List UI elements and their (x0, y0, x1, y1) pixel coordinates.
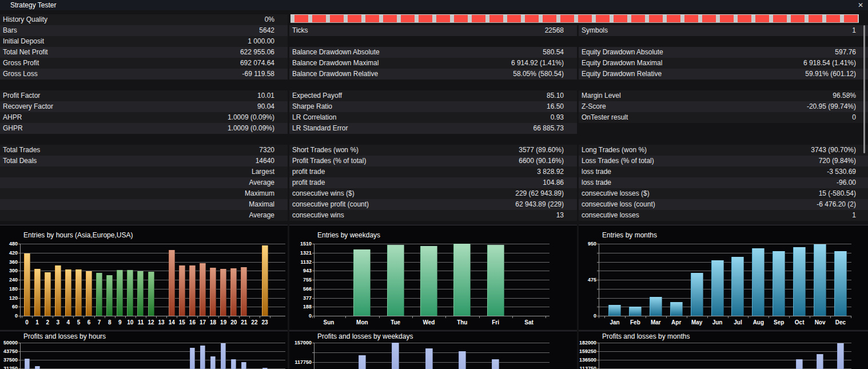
x-axis-tick (270, 316, 270, 318)
close-icon[interactable]: ✕ (854, 0, 867, 10)
stat-value: 13 (556, 210, 564, 221)
table-row: Gross Profit692 074.64 (0, 58, 288, 69)
x-axis-tick (512, 316, 513, 318)
stat-label: Gross Profit (3, 58, 39, 69)
stat-label: Initial Deposit (3, 36, 44, 47)
table-row: Total Trades7320 (0, 145, 288, 156)
stat-value: 692 074.64 (240, 58, 274, 69)
chart-title: Profits and losses by weekdays (317, 332, 413, 340)
x-axis-tick (208, 316, 209, 318)
stat-value: -69 119.58 (242, 69, 275, 80)
stat-value: 90.04 (257, 101, 274, 112)
stat-label: loss trade (582, 166, 611, 177)
x-tick-label: Jan (605, 320, 624, 326)
stat-value: 597.76 (835, 47, 856, 58)
bar (34, 269, 41, 316)
stat-label: Loss Trades (% of total) (582, 156, 654, 166)
stat-label: Symbols (582, 25, 608, 36)
bar (834, 251, 847, 316)
x-tick-label: Mon (352, 320, 372, 326)
x-axis-tick (229, 316, 229, 318)
y-axis-line (599, 244, 599, 318)
charts-area: Entries by hours (Asia,Europe,USA)480420… (0, 225, 868, 369)
y-tick-label: 360 (9, 259, 18, 265)
chart-entries-by-weekdays: Entries by weekdays151013211132943755566… (289, 225, 577, 330)
stat-label: LR Correlation (292, 112, 336, 123)
window-title: Strategy Tester (10, 0, 56, 10)
bar (189, 265, 196, 316)
stat-label: LR Standard Error (292, 123, 348, 134)
stats-column-left: History Quality0%Bars5642Initial Deposit… (0, 14, 288, 221)
y-axis-line (314, 244, 314, 318)
x-tick-label: Aug (748, 320, 768, 326)
chart-entries-by-months: Entries by months9504750JanFebMarAprMayJ… (579, 225, 868, 330)
x-tick-label: Feb (626, 320, 645, 326)
x-axis-tick (379, 316, 380, 318)
table-row: Z-Score-20.95 (99.74%) (579, 101, 868, 112)
x-axis-tick (830, 316, 831, 318)
stat-value: Maximum (245, 188, 274, 199)
bar (608, 305, 621, 316)
y-tick-label: 377 (303, 295, 312, 301)
stat-value: 1 (852, 210, 856, 221)
stat-label: consecutive wins ($) (292, 188, 355, 199)
stats-column-right: Symbols1Equity Drawdown Absolute597.76Eq… (579, 14, 868, 221)
gridline (20, 244, 285, 244)
stat-value: 85.10 (547, 90, 564, 101)
x-tick-label: 23 (255, 320, 274, 326)
table-row-progress (579, 14, 868, 25)
x-axis-tick (851, 316, 851, 318)
y-tick-label: 188 (303, 304, 312, 310)
bar (731, 257, 744, 316)
stat-label: Sharpe Ratio (292, 101, 332, 112)
table-row-progress (289, 14, 577, 25)
stat-label: Bars (3, 25, 17, 36)
bar (106, 275, 113, 316)
table-row: Symbols1 (579, 25, 868, 36)
x-axis-tick (156, 316, 157, 318)
x-axis-tick (748, 316, 748, 318)
stat-label: Equity Drawdown Absolute (582, 47, 663, 58)
table-row: Maximum (0, 188, 288, 199)
y-tick-label: 37500 (3, 357, 18, 363)
stat-value: 1.0009 (0.09%) (228, 112, 274, 123)
bar (86, 271, 92, 316)
gridline (599, 360, 851, 360)
x-axis-tick (445, 316, 446, 318)
bar (837, 343, 844, 369)
stat-value: 59.91% (601.12) (805, 69, 856, 80)
chart-title: Entries by hours (Asia,Europe,USA) (23, 231, 133, 239)
table-row: loss trade-3 530.69 (579, 166, 868, 177)
table-row: consecutive losses ($)15 (-580.54) (579, 188, 868, 199)
stat-label: OnTester result (582, 112, 628, 123)
y-tick-label: 1321 (300, 250, 312, 256)
x-axis-tick (239, 316, 240, 318)
table-row: Gross Loss-69 119.58 (0, 69, 288, 80)
y-axis-line (314, 343, 314, 369)
vertical-scrollbar[interactable] (863, 25, 865, 153)
bar (241, 267, 247, 316)
table-row: Short Trades (won %)3577 (89.60%) (289, 145, 577, 156)
table-row: Balance Drawdown Relative58.05% (580.54) (289, 69, 577, 80)
y-tick-label: 0 (594, 313, 596, 319)
bar (262, 245, 268, 316)
gridline (20, 351, 285, 352)
y-tick-label: 159250 (579, 348, 596, 354)
stat-value: 0% (265, 14, 274, 25)
bar (127, 270, 133, 316)
y-tick-label: 1510 (300, 241, 312, 247)
table-row: Balance Drawdown Maximal6 914.92 (1.41%) (289, 58, 577, 69)
x-axis-tick (769, 316, 769, 318)
table-row-empty (579, 36, 868, 47)
bar (179, 265, 185, 316)
x-tick-label: Fri (486, 320, 505, 326)
stat-label: GHPR (3, 123, 23, 134)
x-axis-tick (707, 316, 708, 318)
bar (45, 272, 51, 316)
table-row: Largest (0, 166, 288, 177)
stat-value: 15 (-580.54) (819, 188, 856, 199)
strategy-tester-report: Strategy Tester ✕ History Quality0%Bars5… (0, 0, 868, 369)
x-axis-tick (312, 316, 313, 318)
y-tick-label: 300 (9, 268, 18, 273)
bar (392, 343, 399, 369)
